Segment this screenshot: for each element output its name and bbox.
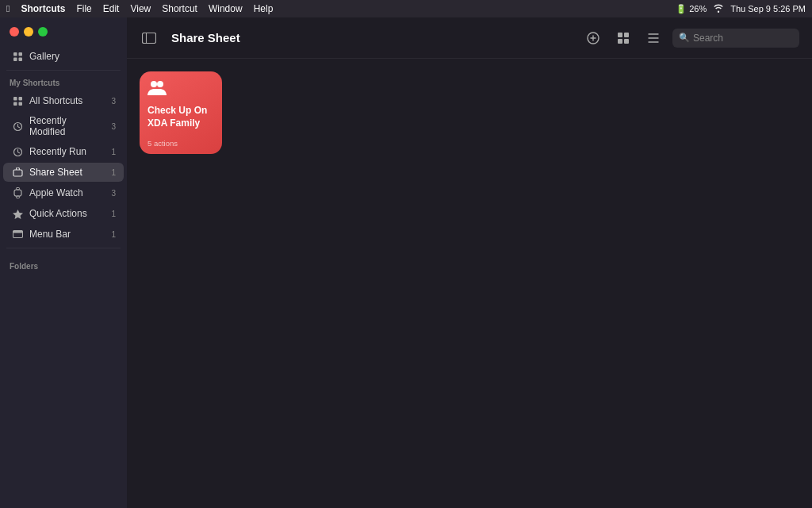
check-up-xda-meta: 5 actions	[147, 139, 214, 148]
svg-rect-12	[16, 188, 19, 190]
svg-rect-21	[624, 33, 629, 37]
svg-rect-5	[18, 97, 22, 101]
menubar-wifi	[713, 3, 724, 14]
quick-actions-icon	[11, 207, 24, 220]
check-up-xda-icon	[147, 79, 214, 100]
menubar-app-name[interactable]: Shortcuts	[21, 3, 65, 14]
gallery-icon	[11, 50, 24, 63]
shortcut-card-check-up-xda[interactable]: Check Up On XDA Family 5 actions	[140, 71, 222, 154]
folders-section: Folders	[0, 252, 127, 275]
menubar-help[interactable]: Help	[254, 3, 274, 14]
svg-rect-1	[18, 52, 22, 56]
add-shortcut-button[interactable]	[582, 27, 604, 49]
recently-run-label: Recently Run	[29, 146, 105, 157]
svg-rect-17	[143, 33, 156, 43]
sidebar-item-recently-run[interactable]: Recently Run 1	[3, 142, 124, 161]
check-up-xda-name: Check Up On XDA Family	[147, 105, 214, 136]
sidebar-item-recently-modified[interactable]: Recently Modified 3	[3, 112, 124, 140]
toolbar-title: Share Sheet	[171, 31, 573, 44]
quick-actions-label: Quick Actions	[29, 208, 105, 219]
svg-rect-6	[13, 102, 17, 106]
gallery-label: Gallery	[29, 51, 116, 62]
sidebar-divider-1	[6, 70, 121, 71]
svg-rect-11	[14, 190, 21, 196]
svg-rect-4	[13, 97, 17, 101]
sidebar-item-all-shortcuts[interactable]: All Shortcuts 3	[3, 91, 124, 110]
search-input[interactable]	[693, 33, 793, 44]
apple-watch-icon	[11, 187, 24, 199]
sidebar-item-quick-actions[interactable]: Quick Actions 1	[3, 204, 124, 223]
menu-bar-icon	[11, 228, 24, 241]
apple-watch-badge: 3	[105, 189, 116, 198]
all-shortcuts-badge: 3	[105, 97, 116, 106]
menubar-view[interactable]: View	[130, 3, 151, 14]
share-sheet-badge: 1	[105, 168, 116, 177]
svg-rect-2	[13, 57, 17, 61]
svg-point-27	[151, 81, 157, 87]
apple-menu[interactable]: 	[6, 3, 10, 14]
share-sheet-label: Share Sheet	[29, 167, 105, 178]
minimize-button[interactable]	[24, 27, 33, 37]
svg-rect-7	[18, 102, 22, 106]
recently-modified-icon	[11, 120, 24, 133]
svg-marker-14	[13, 210, 23, 219]
menubar:  Shortcuts File Edit View Shortcut Wind…	[0, 0, 812, 17]
close-button[interactable]	[10, 27, 19, 37]
svg-rect-23	[624, 39, 629, 44]
menubar-shortcut[interactable]: Shortcut	[162, 3, 197, 14]
svg-rect-0	[13, 52, 17, 56]
svg-point-28	[157, 81, 163, 87]
recently-run-icon	[11, 145, 24, 158]
svg-rect-22	[618, 39, 622, 44]
menu-bar-label: Menu Bar	[29, 229, 105, 240]
svg-rect-3	[18, 57, 22, 61]
svg-rect-13	[16, 196, 19, 198]
menu-bar-badge: 1	[105, 230, 116, 239]
maximize-button[interactable]	[38, 27, 48, 37]
sidebar: Gallery My Shortcuts All Shortcuts 3	[0, 17, 127, 508]
quick-actions-badge: 1	[105, 210, 116, 218]
sidebar-divider-2	[6, 248, 121, 248]
folders-label: Folders	[10, 262, 38, 271]
shortcuts-grid: Check Up On XDA Family 5 actions	[140, 71, 799, 154]
search-icon: 🔍	[679, 33, 690, 43]
app-container: Gallery My Shortcuts All Shortcuts 3	[0, 17, 812, 508]
toolbar: Share Sheet	[127, 17, 812, 59]
all-shortcuts-icon	[11, 94, 24, 107]
toolbar-actions: 🔍	[582, 27, 799, 49]
menubar-edit[interactable]: Edit	[103, 3, 120, 14]
share-sheet-icon	[11, 166, 24, 179]
sidebar-item-gallery[interactable]: Gallery	[3, 47, 124, 66]
svg-rect-20	[618, 33, 622, 37]
sidebar-item-apple-watch[interactable]: Apple Watch 3	[3, 183, 124, 202]
menubar-window[interactable]: Window	[209, 3, 243, 14]
svg-rect-10	[13, 170, 22, 176]
apple-watch-label: Apple Watch	[29, 187, 105, 198]
recently-modified-badge: 3	[105, 122, 116, 131]
recently-modified-label: Recently Modified	[29, 115, 105, 137]
main-content: Share Sheet	[127, 17, 812, 508]
menubar-file[interactable]: File	[76, 3, 91, 14]
menubar-battery: 🔋 26%	[676, 4, 707, 14]
grid-view-button[interactable]	[612, 27, 634, 49]
sidebar-item-share-sheet[interactable]: Share Sheet 1	[3, 163, 124, 182]
search-box[interactable]: 🔍	[672, 29, 799, 48]
sidebar-toggle-button[interactable]	[140, 30, 159, 46]
recently-run-badge: 1	[105, 148, 116, 156]
my-shortcuts-section: My Shortcuts	[0, 74, 127, 90]
content-area: Check Up On XDA Family 5 actions	[127, 59, 812, 508]
list-view-button[interactable]	[642, 27, 665, 49]
menubar-right: 🔋 26% Thu Sep 9 5:26 PM	[676, 3, 806, 14]
menubar-left:  Shortcuts File Edit View Shortcut Wind…	[6, 3, 273, 14]
sidebar-item-menu-bar[interactable]: Menu Bar 1	[3, 225, 124, 244]
menubar-datetime: Thu Sep 9 5:26 PM	[730, 4, 806, 13]
traffic-lights	[0, 24, 127, 46]
all-shortcuts-label: All Shortcuts	[29, 95, 105, 106]
svg-rect-16	[13, 231, 22, 233]
